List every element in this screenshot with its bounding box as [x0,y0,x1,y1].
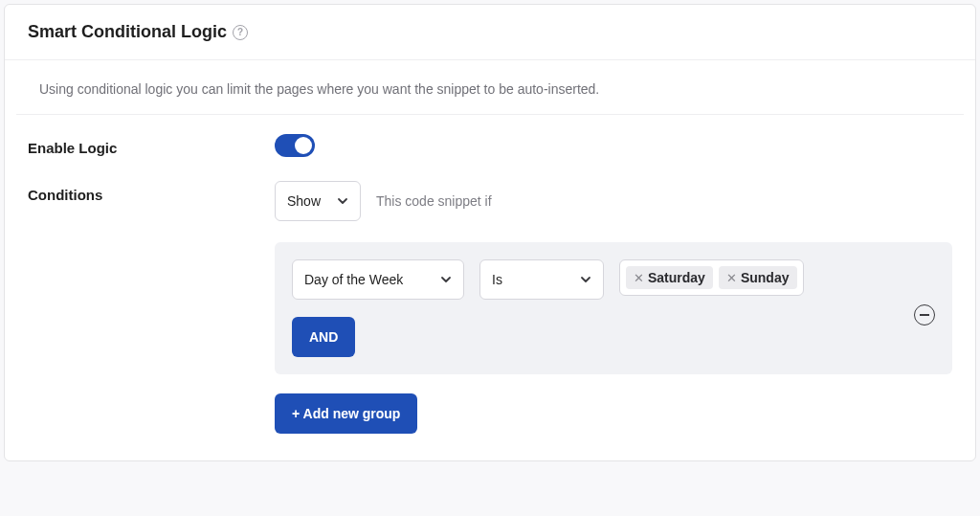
enable-logic-toggle[interactable] [275,134,315,157]
rule-value-input[interactable]: ✕ Saturday ✕ Sunday [619,259,804,296]
conditions-row: Conditions Show This code snippet if [28,181,952,434]
form-area: Enable Logic Conditions Show This code [5,115,975,460]
chevron-down-icon [580,274,591,285]
condition-group: Day of the Week Is [275,242,952,374]
value-tag-label: Saturday [648,270,705,285]
rule-field-select[interactable]: Day of the Week [292,259,464,300]
and-button[interactable]: AND [292,317,355,357]
remove-tag-icon[interactable]: ✕ [634,271,644,285]
rule-operator-value: Is [492,272,502,287]
enable-logic-label: Enable Logic [28,134,275,156]
panel-title: Smart Conditional Logic [28,22,227,42]
condition-action-row: Show This code snippet if [275,181,952,221]
help-icon[interactable]: ? [233,25,248,40]
condition-rule: Day of the Week Is [292,259,891,300]
enable-logic-row: Enable Logic [28,134,952,160]
panel-header: Smart Conditional Logic ? [5,5,975,60]
rule-operator-select[interactable]: Is [479,259,604,300]
conditions-label: Conditions [28,181,275,203]
remove-group-icon[interactable] [914,304,935,325]
condition-hint: This code snippet if [376,193,492,209]
rule-field-value: Day of the Week [304,272,403,287]
panel-description: Using conditional logic you can limit th… [16,60,964,115]
chevron-down-icon [337,195,348,207]
value-tag: ✕ Saturday [626,266,713,289]
action-select-value: Show [287,193,321,209]
add-new-group-button[interactable]: + Add new group [275,393,417,434]
value-tag-label: Sunday [741,270,790,285]
chevron-down-icon [440,274,452,285]
value-tag: ✕ Sunday [719,266,797,289]
smart-conditional-logic-panel: Smart Conditional Logic ? Using conditio… [4,4,976,461]
remove-tag-icon[interactable]: ✕ [726,271,737,285]
action-select[interactable]: Show [275,181,361,221]
